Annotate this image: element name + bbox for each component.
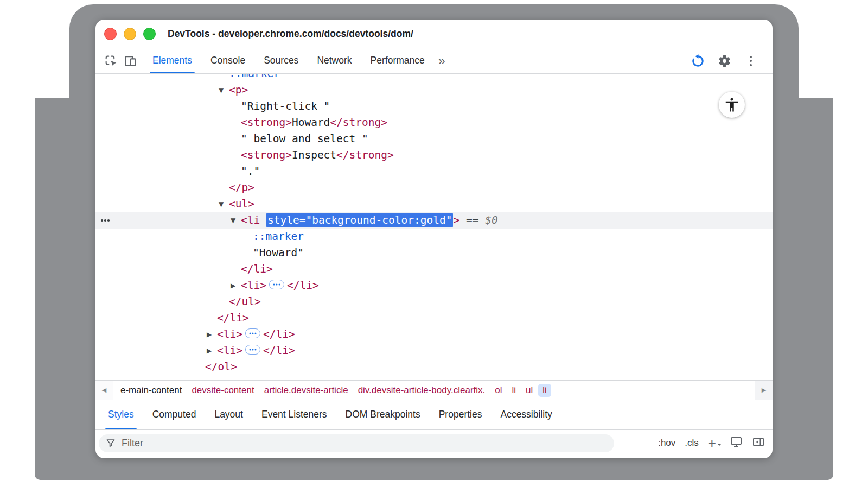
code-tag: <strong>	[241, 149, 292, 161]
dom-node[interactable]: ▶<li></li>	[95, 326, 773, 343]
minimize-window-button[interactable]	[124, 28, 136, 40]
code-tag: </ul>	[229, 295, 261, 308]
tab-dom-breakpoints[interactable]: DOM Breakpoints	[336, 400, 430, 429]
breadcrumb-item-li-5[interactable]: li	[508, 384, 521, 397]
toggle-hover-state-button[interactable]: :hov	[658, 438, 675, 448]
toggle-sidebar-button[interactable]	[752, 435, 765, 451]
dom-node[interactable]: </li>	[95, 261, 773, 277]
code-text: " below and select "	[241, 132, 368, 145]
rendering-emulation-button[interactable]	[730, 435, 743, 451]
code-tag: </p>	[229, 181, 254, 194]
toolbar-right-controls	[688, 52, 767, 70]
dom-node[interactable]: </ul>	[95, 294, 773, 310]
breadcrumb-item-ol-4[interactable]: ol	[490, 384, 506, 397]
tab-elements[interactable]: Elements	[143, 48, 201, 73]
code-dollar: $0	[485, 214, 497, 226]
tab-network[interactable]: Network	[308, 48, 361, 73]
code-sp	[478, 214, 485, 226]
filter-placeholder: Filter	[122, 438, 143, 449]
code-tag: </li>	[287, 279, 319, 292]
code-sp	[459, 214, 466, 226]
zoom-window-button[interactable]	[143, 28, 156, 40]
kebab-menu-icon[interactable]	[742, 52, 760, 70]
tab-sources[interactable]: Sources	[254, 48, 308, 73]
breadcrumb-list: e-main-contentdevsite-contentarticle.dev…	[113, 381, 755, 400]
chevron-right-icon: ▶	[762, 387, 766, 394]
tab-computed[interactable]: Computed	[143, 400, 206, 429]
code-tag: <li	[241, 214, 260, 226]
dom-node[interactable]: </ol>	[95, 359, 773, 375]
row-overflow-dots-icon[interactable]	[100, 220, 111, 223]
breadcrumb-item-article-devsite-article-2[interactable]: article.devsite-article	[260, 384, 353, 397]
tab-properties[interactable]: Properties	[430, 400, 492, 429]
dom-node[interactable]: ▼<p>	[95, 82, 773, 98]
window-title: DevTools - developer.chrome.com/docs/dev…	[168, 28, 413, 40]
expand-closed-arrow-icon[interactable]: ▶	[207, 326, 217, 343]
breadcrumb-scroll-left-button[interactable]: ◀	[95, 381, 113, 400]
code-pseudo: ::marker	[229, 74, 280, 80]
dom-node[interactable]: ▼<ul>	[95, 196, 773, 212]
more-tabs-button[interactable]: »	[434, 49, 450, 73]
accessibility-fab-button[interactable]	[719, 92, 745, 118]
code-sp	[260, 214, 266, 226]
code-tag: <p>	[229, 84, 248, 96]
dom-node[interactable]: " below and select "	[95, 131, 773, 147]
tab-layout[interactable]: Layout	[205, 400, 252, 429]
code-tag: </li>	[217, 312, 249, 324]
breadcrumb-item-li-7[interactable]: li	[538, 384, 551, 397]
code-tag: </li>	[241, 263, 273, 275]
dom-node[interactable]: ::marker	[95, 74, 773, 82]
code-text: Inspect	[292, 149, 336, 161]
reload-sync-icon[interactable]	[688, 52, 707, 70]
code-tag: <li>	[241, 279, 266, 292]
code-attrsel[interactable]: style="background-color:gold"	[266, 213, 453, 227]
dom-node[interactable]: "Right-click "	[95, 98, 773, 115]
tab-console[interactable]: Console	[201, 48, 254, 73]
dom-node[interactable]: "."	[95, 163, 773, 180]
device-toolbar-icon[interactable]	[121, 52, 139, 70]
breadcrumb-item-e-main-content-0[interactable]: e-main-content	[116, 384, 186, 397]
dom-node[interactable]: </li>	[95, 310, 773, 326]
traffic-lights	[104, 28, 156, 40]
code-tag: <li>	[217, 328, 242, 340]
breadcrumb-item-devsite-content-1[interactable]: devsite-content	[187, 384, 258, 397]
inspect-element-icon[interactable]	[101, 52, 120, 70]
breadcrumb-scroll-right-button[interactable]: ▶	[755, 381, 773, 400]
tab-accessibility[interactable]: Accessibility	[491, 400, 561, 429]
code-tag: </strong>	[336, 149, 394, 161]
toggle-element-class-button[interactable]: .cls	[685, 438, 699, 448]
expand-open-arrow-icon[interactable]: ▼	[231, 212, 241, 229]
tab-event-listeners[interactable]: Event Listeners	[252, 400, 336, 429]
dom-node[interactable]: ▶<li></li>	[95, 343, 773, 359]
dom-node[interactable]: <strong>Inspect</strong>	[95, 147, 773, 163]
filter-funnel-icon	[105, 438, 116, 448]
dom-node[interactable]: </p>	[95, 180, 773, 196]
dom-node[interactable]: <strong>Howard</strong>	[95, 115, 773, 131]
collapsed-content-pill-icon[interactable]	[245, 328, 260, 338]
code-tag: >	[453, 214, 459, 226]
expand-closed-arrow-icon[interactable]: ▶	[231, 277, 241, 294]
breadcrumb-item-ul-6[interactable]: ul	[521, 384, 537, 397]
dom-node-selected[interactable]: ▼<li style="background-color:gold"> == $…	[95, 212, 773, 229]
dom-node[interactable]: ▶<li></li>	[95, 277, 773, 294]
settings-gear-icon[interactable]	[715, 52, 733, 70]
styles-filter-input[interactable]: Filter	[99, 434, 614, 452]
expand-closed-arrow-icon[interactable]: ▶	[207, 343, 217, 359]
dom-node[interactable]: ::marker	[95, 229, 773, 245]
tab-styles[interactable]: Styles	[99, 400, 143, 429]
breadcrumb-item-div-devsite-article-body-clearfix-3[interactable]: div.devsite-article-body.clearfix.	[354, 384, 490, 397]
code-tag: <li>	[217, 344, 242, 357]
code-pseudo: ::marker	[253, 230, 304, 243]
tab-performance[interactable]: Performance	[361, 48, 434, 73]
sidebar-panel-icon	[752, 435, 765, 448]
expand-open-arrow-icon[interactable]: ▼	[219, 196, 229, 212]
accessibility-person-icon	[724, 97, 740, 113]
new-style-rule-button[interactable]: +	[708, 438, 720, 448]
close-window-button[interactable]	[104, 28, 117, 40]
monitor-icon	[730, 435, 743, 448]
expand-open-arrow-icon[interactable]: ▼	[219, 82, 229, 98]
dom-node[interactable]: "Howard"	[95, 245, 773, 261]
collapsed-content-pill-icon[interactable]	[269, 280, 284, 289]
code-tag: </ol>	[205, 361, 237, 373]
collapsed-content-pill-icon[interactable]	[245, 345, 260, 355]
